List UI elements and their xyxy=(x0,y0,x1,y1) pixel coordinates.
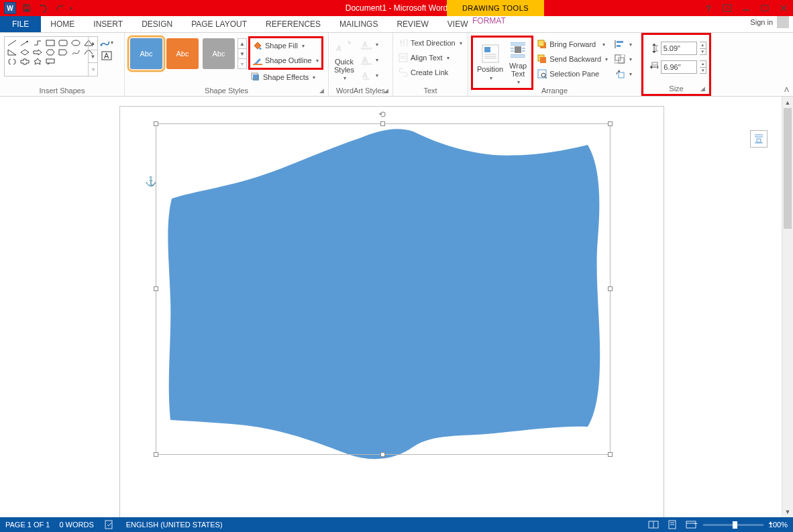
tab-format[interactable]: FORMAT xyxy=(463,16,515,25)
read-mode-button[interactable] xyxy=(647,519,660,531)
style-thumb-3[interactable]: Abc xyxy=(203,38,235,69)
minimize-button[interactable] xyxy=(737,0,755,16)
rotation-handle[interactable]: ⟲ xyxy=(378,109,388,119)
zoom-slider[interactable]: −+ xyxy=(703,524,763,526)
shape-outline-button[interactable]: Shape Outline▾ xyxy=(250,53,321,68)
width-spinner[interactable]: ▲▼ xyxy=(700,60,706,74)
selection-pane-button[interactable]: Selection Pane xyxy=(535,66,611,81)
redo-button[interactable] xyxy=(51,1,67,15)
shape-rounded-rect-icon[interactable] xyxy=(58,39,68,47)
layout-options-button[interactable] xyxy=(750,130,768,148)
shape-arrow-icon[interactable] xyxy=(19,39,30,47)
tab-home[interactable]: HOME xyxy=(41,16,84,32)
svg-text:A: A xyxy=(362,71,368,79)
shape-freeform-icon[interactable] xyxy=(70,48,81,56)
wrap-text-button[interactable]: Wrap Text▾ xyxy=(506,39,530,87)
style-thumb-2[interactable]: Abc xyxy=(166,38,199,69)
sign-in[interactable]: Sign in xyxy=(750,16,789,28)
help-button[interactable]: ? xyxy=(699,0,718,16)
shapes-gallery[interactable]: ▲▼▿ xyxy=(4,36,98,76)
shape-pentagon-icon[interactable] xyxy=(58,48,68,56)
shape-diamond-icon[interactable] xyxy=(19,48,30,56)
send-backward-label: Send Backward xyxy=(549,55,601,63)
save-button[interactable] xyxy=(19,1,35,15)
shape-width-input[interactable] xyxy=(661,60,697,74)
anchor-icon[interactable]: ⚓ xyxy=(145,176,156,187)
page-indicator[interactable]: PAGE 1 OF 1 xyxy=(5,521,50,529)
wordart-launcher[interactable]: ◢ xyxy=(384,87,390,94)
zoom-knob[interactable] xyxy=(733,521,737,529)
close-button[interactable] xyxy=(774,0,793,16)
tab-references[interactable]: REFERENCES xyxy=(256,16,330,32)
shape-elbow-icon[interactable] xyxy=(32,39,42,47)
word-count[interactable]: 0 WORDS xyxy=(59,521,93,529)
shape-block-arrow-icon[interactable] xyxy=(32,48,42,56)
scroll-up-button[interactable]: ▲ xyxy=(782,97,793,108)
svg-rect-4 xyxy=(761,5,768,11)
status-bar: PAGE 1 OF 1 0 WORDS ENGLISH (UNITED STAT… xyxy=(0,517,793,532)
print-layout-button[interactable] xyxy=(666,519,679,531)
style-thumb-1[interactable]: Abc xyxy=(130,38,162,69)
spelling-icon[interactable] xyxy=(103,519,117,531)
word-app-icon[interactable]: W xyxy=(4,2,16,14)
resize-handle-t[interactable] xyxy=(380,121,385,126)
shape-fill-button[interactable]: Shape Fill▾ xyxy=(250,38,321,53)
resize-handle-tl[interactable] xyxy=(154,121,158,126)
shape-right-triangle-icon[interactable] xyxy=(7,48,17,56)
group-objects-button[interactable]: ▾ xyxy=(613,52,633,66)
resize-handle-tr[interactable] xyxy=(608,121,613,126)
resize-handle-l[interactable] xyxy=(154,286,158,291)
qat-customize-button[interactable]: ▾ xyxy=(67,1,75,15)
rotate-button[interactable]: ▾ xyxy=(613,66,633,81)
svg-rect-16 xyxy=(253,74,259,81)
collapse-ribbon-button[interactable]: ᐱ xyxy=(784,86,789,93)
resize-handle-bl[interactable] xyxy=(154,452,158,457)
send-backward-button[interactable]: Send Backward▾ xyxy=(535,52,611,66)
edit-shape-button[interactable]: ▾ xyxy=(99,36,114,49)
svg-rect-60 xyxy=(652,62,657,65)
shape-style-scroll[interactable]: ▲▼▿ xyxy=(237,38,247,69)
svg-rect-7 xyxy=(46,40,54,46)
tab-design[interactable]: DESIGN xyxy=(132,16,182,32)
shape-hexagon-icon[interactable] xyxy=(45,48,55,56)
tab-review[interactable]: REVIEW xyxy=(387,16,437,32)
resize-handle-b[interactable] xyxy=(380,452,385,457)
resize-handle-br[interactable] xyxy=(608,452,613,457)
vertical-scrollbar[interactable]: ▲ ▼ xyxy=(782,97,793,517)
position-label: Position xyxy=(477,65,503,73)
scroll-thumb[interactable] xyxy=(784,108,792,229)
tab-insert[interactable]: INSERT xyxy=(84,16,132,32)
selection-box[interactable]: ⟲ xyxy=(156,123,611,455)
tab-page-layout[interactable]: PAGE LAYOUT xyxy=(182,16,256,32)
shapes-gallery-scroll[interactable]: ▲▼▿ xyxy=(88,37,97,76)
quick-styles-button: A Quick Styles▾ xyxy=(331,34,357,83)
undo-button[interactable] xyxy=(35,1,51,15)
size-launcher[interactable]: ◢ xyxy=(700,85,707,92)
shape-style-gallery[interactable]: Abc Abc Abc xyxy=(130,38,235,85)
shape-height-input[interactable] xyxy=(661,42,697,55)
scroll-down-button[interactable]: ▼ xyxy=(782,506,793,517)
shape-cross-icon[interactable] xyxy=(19,58,30,66)
shape-effects-button[interactable]: Shape Effects▾ xyxy=(248,70,323,85)
position-button[interactable]: Position▾ xyxy=(474,39,506,87)
resize-handle-r[interactable] xyxy=(608,286,613,291)
shape-rect-icon[interactable] xyxy=(45,39,55,47)
shape-styles-launcher[interactable]: ◢ xyxy=(319,87,326,94)
shape-callout-icon[interactable] xyxy=(45,58,55,66)
shape-star-icon[interactable] xyxy=(32,58,42,66)
shape-line-icon[interactable] xyxy=(7,39,17,47)
shape-oval-icon[interactable] xyxy=(70,39,81,47)
align-button[interactable]: ▾ xyxy=(613,37,633,52)
height-spinner[interactable]: ▲▼ xyxy=(700,42,706,55)
tab-file[interactable]: FILE xyxy=(0,16,41,32)
svg-rect-2 xyxy=(723,5,731,11)
wrap-text-label: Wrap Text xyxy=(509,62,527,78)
draw-text-box-button[interactable]: A xyxy=(99,49,114,62)
language-indicator[interactable]: ENGLISH (UNITED STATES) xyxy=(126,521,223,529)
shape-brace-icon[interactable] xyxy=(7,58,17,66)
tab-mailings[interactable]: MAILINGS xyxy=(330,16,387,32)
ribbon-display-options-button[interactable] xyxy=(718,0,737,16)
maximize-button[interactable] xyxy=(755,0,774,16)
bring-forward-button[interactable]: Bring Forward▾ xyxy=(535,37,611,52)
text-fill-button: A▾ xyxy=(360,37,380,52)
